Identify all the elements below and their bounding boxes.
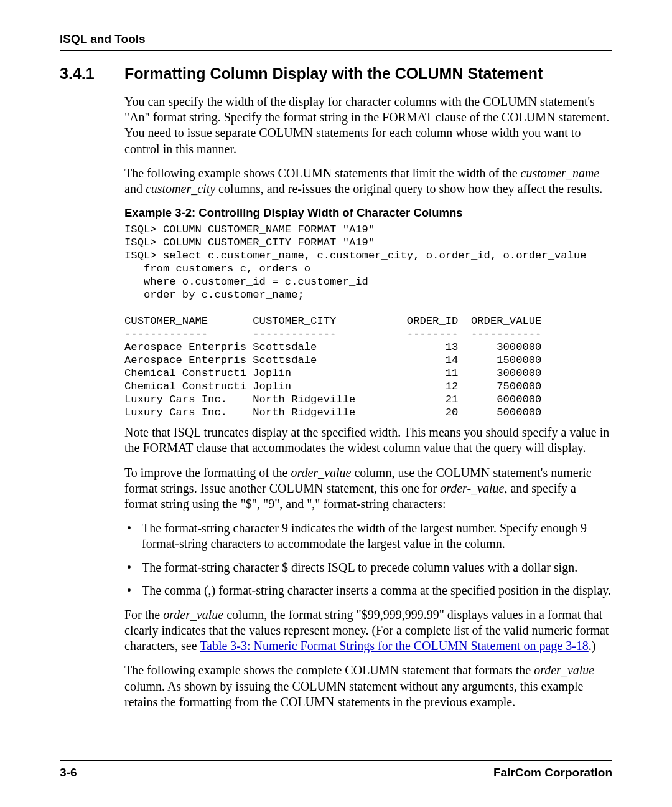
text: and (124, 182, 146, 196)
paragraph: You can specify the width of the display… (124, 94, 612, 157)
italic-term: order_value (534, 663, 594, 677)
italic-term: order_value (163, 608, 223, 621)
text: column. As shown by issuing the COLUMN s… (124, 679, 583, 709)
body-column: You can specify the width of the display… (124, 94, 612, 710)
list-item: The format-string character 9 indicates … (124, 521, 612, 552)
italic-term: customer_name (521, 166, 600, 180)
cross-reference-link[interactable]: Table 3-3: Numeric Format Strings for th… (200, 639, 589, 653)
paragraph: To improve the formatting of the order_v… (124, 465, 612, 512)
bullet-list: The format-string character 9 indicates … (124, 521, 612, 598)
italic-term: order-_value (440, 481, 504, 495)
paragraph: Note that ISQL truncates display at the … (124, 425, 612, 456)
text: For the (124, 608, 163, 621)
footer-rule (60, 760, 612, 761)
italic-term: customer_city (146, 182, 215, 196)
header-rule (60, 50, 612, 51)
page-number: 3-6 (60, 766, 77, 780)
code-block: ISQL> COLUMN CUSTOMER_NAME FORMAT "A19" … (124, 224, 612, 420)
list-item: The comma (,) format-string character in… (124, 583, 612, 598)
section-heading: 3.4.1 Formatting Column Display with the… (60, 65, 612, 83)
page: ISQL and Tools 3.4.1 Formatting Column D… (0, 0, 672, 807)
list-item: The format-string character $ directs IS… (124, 560, 612, 575)
text: The following example shows the complete… (124, 663, 534, 677)
company-name: FairCom Corporation (493, 766, 612, 780)
text: The following example shows COLUMN state… (124, 166, 521, 180)
paragraph: For the order_value column, the format s… (124, 607, 612, 654)
paragraph: The following example shows COLUMN state… (124, 166, 612, 197)
section-title: Formatting Column Display with the COLUM… (124, 65, 543, 83)
text: To improve the formatting of the (124, 466, 291, 479)
text: .) (589, 639, 596, 653)
example-caption: Example 3-2: Controlling Display Width o… (124, 205, 612, 220)
section-number: 3.4.1 (60, 65, 124, 83)
page-footer: 3-6 FairCom Corporation (60, 760, 612, 780)
paragraph: The following example shows the complete… (124, 663, 612, 710)
italic-term: order_value (291, 466, 351, 479)
text: columns, and re-issues the original quer… (215, 182, 602, 196)
running-head: ISQL and Tools (60, 32, 612, 46)
